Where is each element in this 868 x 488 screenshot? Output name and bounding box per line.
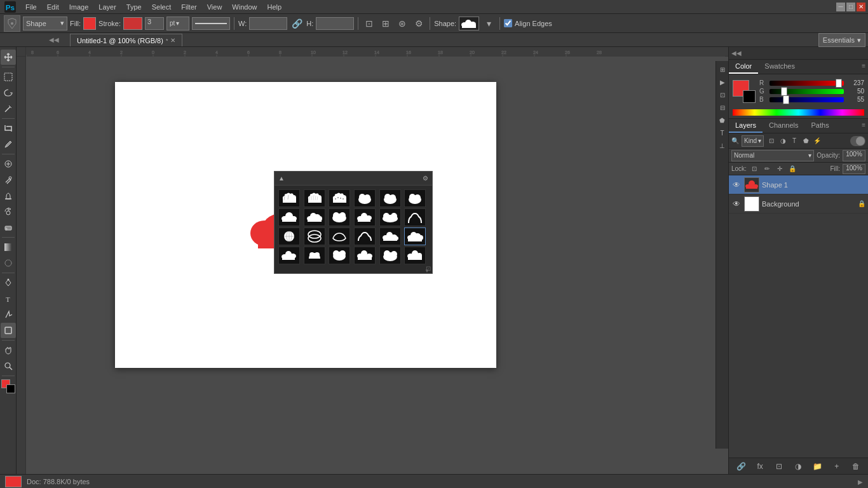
lock-all-icon[interactable]: 🔒 — [787, 164, 797, 174]
panel-icon-6[interactable]: T — [717, 127, 728, 139]
tab-color[interactable]: Color — [729, 60, 758, 74]
h-input[interactable] — [316, 17, 354, 30]
gear-icon[interactable]: ⚙ — [423, 175, 428, 182]
smart-filter-icon[interactable]: ⚡ — [812, 136, 822, 146]
shape-thumb-24[interactable] — [404, 247, 426, 264]
background-color[interactable] — [6, 384, 15, 393]
panel-icon-1[interactable]: ⊞ — [717, 64, 728, 75]
settings-icon[interactable]: ⚙ — [412, 17, 426, 30]
adjustment-filter-icon[interactable]: ◑ — [778, 136, 788, 146]
tool-mode-dropdown[interactable]: Shape ▾ — [23, 17, 67, 30]
layer-adjustment-btn[interactable]: ◑ — [792, 460, 804, 473]
stroke-color-box[interactable] — [123, 17, 142, 30]
collapse-panel-icon[interactable]: ◀◀ — [731, 50, 742, 57]
eyedropper-tool[interactable] — [1, 137, 16, 152]
color-selector[interactable] — [1, 379, 15, 393]
text-tool[interactable]: T — [1, 291, 16, 306]
layer-link-btn[interactable]: 🔗 — [735, 460, 747, 473]
shape-thumb-6[interactable] — [404, 189, 426, 207]
layer-new-btn[interactable]: + — [831, 460, 843, 473]
move-tool[interactable] — [1, 50, 16, 65]
panel-icon-7[interactable]: ⊥ — [717, 140, 728, 151]
essentials-dropdown[interactable]: Essentials ▾ — [818, 33, 865, 47]
blur-tool[interactable] — [1, 255, 16, 271]
blend-mode-dropdown[interactable]: Normal ▾ — [731, 150, 814, 161]
shape-thumb-20[interactable] — [304, 247, 325, 264]
shape-dropdown-icon[interactable]: ▾ — [482, 17, 496, 30]
align-icon1[interactable]: ⊡ — [362, 17, 376, 30]
crop-tool[interactable] — [1, 121, 16, 136]
fill-color-box[interactable] — [83, 17, 96, 30]
shape-thumb-5[interactable] — [379, 189, 401, 207]
shape-filter-icon[interactable]: ⬟ — [801, 136, 811, 146]
shape-thumb-1[interactable] — [278, 189, 300, 207]
shape-thumb-9[interactable] — [329, 208, 350, 226]
shape-thumb-2[interactable] — [304, 189, 325, 207]
stroke-unit-dropdown[interactable]: pt▾ — [166, 17, 189, 30]
shape-picker-popup[interactable]: ▲ ⚙ — [274, 171, 433, 274]
gradient-tool[interactable] — [1, 240, 16, 255]
shape-thumb-13[interactable] — [278, 227, 300, 245]
tab-channels[interactable]: Channels — [763, 119, 804, 133]
path-selection-tool[interactable] — [1, 307, 16, 322]
lock-image-icon[interactable]: ✏ — [762, 164, 772, 174]
layer-mask-btn[interactable]: ⊡ — [773, 460, 785, 473]
shape-thumb-21[interactable] — [329, 247, 350, 264]
shape-thumb-12[interactable] — [404, 208, 426, 226]
warp-icon[interactable]: ⊛ — [395, 17, 409, 30]
shape-thumb-17[interactable] — [379, 227, 401, 245]
lock-position-icon[interactable]: ✛ — [775, 164, 785, 174]
shape-thumb-22[interactable] — [354, 247, 376, 264]
b-slider-thumb[interactable] — [783, 95, 789, 104]
w-input[interactable] — [249, 17, 287, 30]
stroke-width-input[interactable]: 3 — [145, 17, 164, 30]
menu-view[interactable]: View — [202, 2, 227, 12]
menu-type[interactable]: Type — [121, 2, 147, 12]
wand-tool[interactable] — [1, 101, 16, 116]
layer-item-shape1[interactable]: 👁 Shape 1 — [729, 175, 868, 194]
shape-thumb-7[interactable] — [278, 208, 300, 226]
menu-layer[interactable]: Layer — [93, 2, 121, 12]
panel-icon-4[interactable]: ⊟ — [717, 102, 728, 113]
hand-tool[interactable] — [1, 342, 16, 358]
fg-bg-color-selector[interactable] — [733, 80, 756, 103]
opacity-input[interactable]: 100% — [843, 150, 865, 161]
maximize-btn[interactable]: □ — [846, 3, 855, 11]
shape-thumb-19[interactable] — [278, 247, 300, 264]
panel-icon-3[interactable]: ⊡ — [717, 89, 728, 100]
r-slider[interactable] — [770, 81, 844, 86]
link-icon[interactable]: 🔗 — [290, 17, 304, 30]
shape-thumb-18[interactable] — [404, 227, 426, 245]
brush-tool[interactable] — [1, 172, 16, 187]
tab-untitled1[interactable]: Untitled-1 @ 100% (RGB/8) * ✕ — [70, 34, 182, 46]
color-spectrum-bar[interactable] — [733, 109, 864, 116]
eraser-tool[interactable] — [1, 220, 16, 235]
color-panel-menu-icon[interactable]: ≡ — [859, 60, 868, 74]
shape-thumb-8[interactable] — [304, 208, 325, 226]
menu-image[interactable]: Image — [64, 2, 94, 12]
g-slider[interactable] — [770, 89, 844, 94]
menu-select[interactable]: Select — [147, 2, 177, 12]
shape-thumb-3[interactable] — [329, 189, 350, 207]
menu-filter[interactable]: Filter — [176, 2, 201, 12]
layer-fx-btn[interactable]: fx — [754, 460, 766, 473]
shape-thumb-4[interactable] — [354, 189, 376, 207]
pixel-filter-icon[interactable]: ⊡ — [766, 136, 776, 146]
shape-thumb-14[interactable] — [304, 227, 325, 245]
shape-thumb-16[interactable] — [354, 227, 376, 245]
layer-delete-btn[interactable]: 🗑 — [850, 460, 862, 473]
kind-dropdown[interactable]: Kind ▾ — [742, 135, 764, 147]
layer-item-background[interactable]: 👁 Background 🔒 — [729, 194, 868, 214]
history-brush-tool[interactable] — [1, 204, 16, 219]
shape-thumb-11[interactable] — [379, 208, 401, 226]
stamp-tool[interactable] — [1, 188, 16, 203]
zoom-tool[interactable] — [1, 358, 16, 374]
shape-thumb-10[interactable] — [354, 208, 376, 226]
panel-icon-5[interactable]: ⬟ — [717, 114, 728, 126]
layers-panel-menu-icon[interactable]: ≡ — [859, 119, 868, 133]
bg-color-swatch[interactable] — [743, 90, 756, 103]
resize-handle[interactable]: ⊡ — [426, 265, 431, 272]
layer-visibility-background[interactable]: 👁 — [731, 199, 742, 209]
g-slider-thumb[interactable] — [781, 87, 787, 96]
layer-visibility-shape1[interactable]: 👁 — [731, 180, 742, 190]
